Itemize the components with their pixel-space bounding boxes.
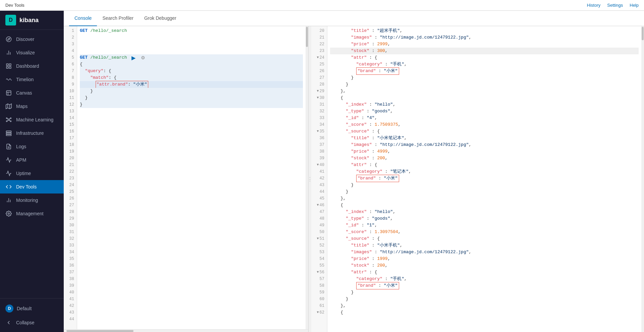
response-line: "images" : "http://image.jd.com/12479122… <box>330 142 639 148</box>
sidebar-item-timelion[interactable]: Timelion <box>0 73 64 86</box>
response-scrollbar[interactable] <box>641 26 644 332</box>
editor-line-20 <box>80 155 303 162</box>
editor-line-9: "attr.brand": "小米" <box>80 81 303 88</box>
run-button[interactable]: ▶ <box>129 54 138 62</box>
history-link[interactable]: History <box>587 3 600 8</box>
response-line: } <box>330 74 639 81</box>
fold-icon[interactable]: ▼ <box>317 128 319 135</box>
editor-line-16 <box>80 128 303 135</box>
editor-line-26 <box>80 195 303 202</box>
editor-line-22 <box>80 168 303 175</box>
kibana-logo-letter: D <box>9 17 13 23</box>
sidebar-item-maps[interactable]: Maps <box>0 100 64 113</box>
editor-hscrollbar[interactable] <box>64 329 308 332</box>
sidebar-item-label: Maps <box>16 104 28 109</box>
kibana-icon: D <box>5 15 16 25</box>
editor-line-8: "match": { <box>80 74 303 81</box>
sidebar-item-canvas[interactable]: Canvas <box>0 86 64 100</box>
settings-link[interactable]: Settings <box>607 3 623 8</box>
response-line: "_id" : "1", <box>330 222 639 229</box>
sidebar-item-default[interactable]: D Default <box>0 301 64 316</box>
editor-line-40 <box>80 289 303 296</box>
help-link[interactable]: Help <box>630 3 639 8</box>
response-line: } <box>330 182 639 188</box>
fold-icon[interactable]: ▼ <box>317 309 319 316</box>
tabs-bar: Console Search Profiler Grok Debugger <box>64 11 644 26</box>
sidebar-item-monitoring[interactable]: Monitoring <box>0 193 64 207</box>
response-line: "category" : "手机", <box>330 276 639 282</box>
devtools-pane: 1 2 3 4 5 6 7 8 9 10 11 12 13 14 <box>64 26 644 332</box>
editor-line-30 <box>80 222 303 229</box>
response-content[interactable]: 20 21 22 23 ▼24 25 26 27 28 ▼29 ▼30 31 3… <box>311 26 644 332</box>
editor-line-32 <box>80 235 303 242</box>
sidebar-item-label: Default <box>17 306 32 311</box>
editor-line-36 <box>80 262 303 269</box>
sidebar-item-label: Canvas <box>16 90 32 96</box>
editor-content[interactable]: 1 2 3 4 5 6 7 8 9 10 11 12 13 14 <box>64 26 308 329</box>
response-line: }, <box>330 302 639 309</box>
editor-line-34 <box>80 249 303 256</box>
response-line: } <box>330 188 639 195</box>
svg-marker-1 <box>8 38 10 40</box>
response-line: "category" : "手机", <box>330 61 639 68</box>
tab-grok-debugger-label: Grok Debugger <box>144 15 176 21</box>
ml-icon <box>5 116 12 123</box>
editor-line-15 <box>80 121 303 128</box>
fold-icon[interactable]: ▼ <box>317 202 319 209</box>
sidebar-item-collapse[interactable]: Collapse <box>0 316 64 329</box>
response-line: "stock" : 200, <box>330 262 639 269</box>
sidebar-item-label: Infrastructure <box>16 130 44 136</box>
svg-point-14 <box>6 118 7 119</box>
fold-icon[interactable]: ▼ <box>317 235 319 242</box>
sidebar-item-label: Collapse <box>16 320 34 325</box>
sidebar-item-machine-learning[interactable]: Machine Learning <box>0 113 64 126</box>
sidebar-nav: Discover Visualize Dashboard Timelion <box>0 30 64 298</box>
response-line-boxed: "brand" : "小米" <box>330 282 639 289</box>
sidebar-item-apm[interactable]: APM <box>0 153 64 167</box>
top-bar: Dev Tools History Settings Help <box>0 0 644 11</box>
response-line: "price" : 4999, <box>330 148 639 155</box>
sidebar-item-logs[interactable]: Logs <box>0 140 64 153</box>
editor-code-area[interactable]: GET /hello/_search GET /hello/_search ▶ … <box>77 26 306 329</box>
editor-line-18 <box>80 142 303 148</box>
response-line: "title" : "小米笔记本", <box>330 135 639 142</box>
tab-search-profiler[interactable]: Search Profiler <box>97 11 139 26</box>
fold-icon[interactable]: ▼ <box>317 88 319 95</box>
sidebar-item-management[interactable]: Management <box>0 207 64 220</box>
tab-grok-debugger[interactable]: Grok Debugger <box>139 11 182 26</box>
editor-hscrollbar-thumb[interactable] <box>66 330 133 332</box>
tab-console-label: Console <box>74 15 92 21</box>
fold-icon[interactable]: ▼ <box>317 54 319 61</box>
sidebar-item-uptime[interactable]: Uptime <box>0 167 64 180</box>
fold-icon[interactable]: ▼ <box>317 269 319 276</box>
svg-rect-6 <box>9 64 11 65</box>
response-pane: 20 21 22 23 ▼24 25 26 27 28 ▼29 ▼30 31 3… <box>311 26 644 332</box>
editor-line-33 <box>80 242 303 249</box>
settings-button[interactable]: ⚙ <box>139 54 147 62</box>
response-line: { <box>330 309 639 316</box>
fold-icon[interactable]: ▼ <box>317 162 319 168</box>
sidebar-item-dev-tools[interactable]: Dev Tools <box>0 180 64 193</box>
fold-icon[interactable]: ▼ <box>317 95 319 101</box>
response-line-highlighted: "stock" : 300, <box>330 48 639 54</box>
response-scrollbar-thumb[interactable] <box>642 27 644 40</box>
response-line: "price" : 1999, <box>330 256 639 262</box>
response-line: "title" : "超米手机", <box>330 27 639 34</box>
sidebar-item-discover[interactable]: Discover <box>0 33 64 46</box>
chevron-left-icon <box>5 319 12 326</box>
svg-point-17 <box>10 121 11 122</box>
sidebar-item-dashboard[interactable]: Dashboard <box>0 59 64 73</box>
editor-scrollbar[interactable] <box>306 26 308 329</box>
sidebar-item-visualize[interactable]: Visualize <box>0 46 64 59</box>
tab-console[interactable]: Console <box>69 11 97 26</box>
sidebar-item-infrastructure[interactable]: Infrastructure <box>0 126 64 140</box>
response-line: } <box>330 296 639 302</box>
response-line: }, <box>330 195 639 202</box>
svg-line-19 <box>9 118 10 119</box>
svg-point-16 <box>6 121 7 122</box>
response-line: "_type" : "goods", <box>330 108 639 115</box>
editor-scrollbar-thumb[interactable] <box>306 27 308 47</box>
pane-divider[interactable]: ⋮ <box>309 26 311 332</box>
editor-line-25 <box>80 188 303 195</box>
sidebar-item-label: Dashboard <box>16 63 39 69</box>
